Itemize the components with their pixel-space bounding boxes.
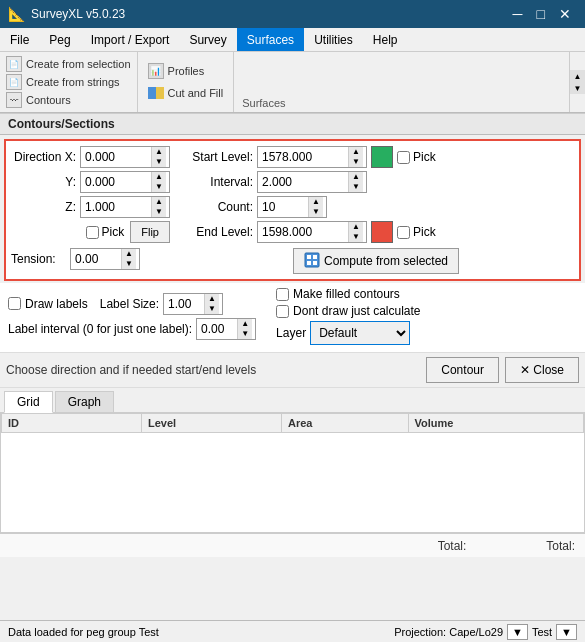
start-level-down[interactable]: ▼ <box>349 157 363 167</box>
make-filled-label: Make filled contours <box>293 287 400 301</box>
cut-and-fill-button[interactable]: Cut and Fill <box>148 84 224 102</box>
end-pick-label: Pick <box>413 225 436 239</box>
toolbar-scroll-up[interactable]: ▲ <box>570 70 586 82</box>
label-size-down[interactable]: ▼ <box>205 304 219 314</box>
close-button[interactable]: ✕ Close <box>505 357 579 383</box>
start-level-up[interactable]: ▲ <box>349 147 363 157</box>
menu-file[interactable]: File <box>0 28 39 51</box>
draw-labels-checkbox[interactable] <box>8 297 21 310</box>
end-pick-checkbox[interactable] <box>397 226 410 239</box>
tension-up[interactable]: ▲ <box>122 249 136 259</box>
end-level-up[interactable]: ▲ <box>349 222 363 232</box>
tension-down[interactable]: ▼ <box>122 259 136 269</box>
direction-z-down[interactable]: ▼ <box>152 207 166 217</box>
label-size-input[interactable] <box>164 294 204 314</box>
labels-section: Draw labels Label Size: ▲ ▼ Label interv… <box>0 283 585 353</box>
make-filled-checkbox[interactable] <box>276 288 289 301</box>
toolbar-scroll-down[interactable]: ▼ <box>570 82 586 94</box>
create-from-strings-button[interactable]: 📄 Create from strings <box>6 73 131 91</box>
pick-checkbox[interactable] <box>86 226 99 239</box>
flip-button[interactable]: Flip <box>130 221 170 243</box>
total-label-1: Total: <box>438 539 467 553</box>
svg-rect-6 <box>313 261 317 265</box>
start-level-input[interactable] <box>258 147 348 167</box>
status-text: Data loaded for peg group Test <box>8 626 159 638</box>
compute-from-selected-button[interactable]: Compute from selected <box>293 248 459 274</box>
draw-labels-label: Draw labels <box>25 297 88 311</box>
menu-peg[interactable]: Peg <box>39 28 80 51</box>
minimize-button[interactable]: ─ <box>507 4 529 24</box>
direction-y-up[interactable]: ▲ <box>152 172 166 182</box>
direction-x-up[interactable]: ▲ <box>152 147 166 157</box>
start-color-box[interactable] <box>371 146 393 168</box>
profiles-label: Profiles <box>168 65 205 77</box>
end-level-down[interactable]: ▼ <box>349 232 363 242</box>
tab-grid[interactable]: Grid <box>4 391 53 413</box>
create-from-selection-button[interactable]: 📄 Create from selection <box>6 55 131 73</box>
direction-y-down[interactable]: ▼ <box>152 182 166 192</box>
direction-z-label: Z: <box>11 200 76 214</box>
menu-bar: File Peg Import / Export Survey Surfaces… <box>0 28 585 52</box>
profiles-icon: 📊 <box>148 63 164 79</box>
interval-up[interactable]: ▲ <box>349 172 363 182</box>
chevron-down-icon: ▼ <box>512 626 523 638</box>
menu-help[interactable]: Help <box>363 28 408 51</box>
svg-rect-5 <box>313 255 317 259</box>
menu-utilities[interactable]: Utilities <box>304 28 363 51</box>
label-interval-input[interactable] <box>197 319 237 339</box>
layer-select[interactable]: Default <box>310 321 410 345</box>
menu-surfaces[interactable]: Surfaces <box>237 28 304 51</box>
direction-x-down[interactable]: ▼ <box>152 157 166 167</box>
tab-graph[interactable]: Graph <box>55 391 114 412</box>
test-label: Test <box>532 626 552 638</box>
direction-x-input[interactable] <box>81 147 151 167</box>
close-window-button[interactable]: ✕ <box>553 4 577 24</box>
menu-survey[interactable]: Survey <box>179 28 236 51</box>
compute-label: Compute from selected <box>324 254 448 268</box>
end-color-box[interactable] <box>371 221 393 243</box>
direction-z-up[interactable]: ▲ <box>152 197 166 207</box>
svg-rect-4 <box>307 261 311 265</box>
status-bar: Data loaded for peg group Test Projectio… <box>0 620 585 642</box>
contours-button[interactable]: 〰 Contours <box>6 91 131 109</box>
interval-down[interactable]: ▼ <box>349 182 363 192</box>
count-down[interactable]: ▼ <box>309 207 323 217</box>
create-strings-icon: 📄 <box>6 74 22 90</box>
toolbar: 📄 Create from selection 📄 Create from st… <box>0 52 585 113</box>
title-bar: 📐 SurveyXL v5.0.23 ─ □ ✕ <box>0 0 585 28</box>
contours-label: Contours <box>26 94 71 106</box>
direction-y-input[interactable] <box>81 172 151 192</box>
cut-fill-icon <box>148 85 164 101</box>
section-header: Contours/Sections <box>0 113 585 135</box>
count-input[interactable] <box>258 197 308 217</box>
direction-z-input[interactable] <box>81 197 151 217</box>
contour-button[interactable]: Contour <box>426 357 499 383</box>
count-label: Count: <box>178 200 253 214</box>
label-size-up[interactable]: ▲ <box>205 294 219 304</box>
end-level-input[interactable] <box>258 222 348 242</box>
maximize-button[interactable]: □ <box>531 4 551 24</box>
start-pick-checkbox[interactable] <box>397 151 410 164</box>
data-table: ID Level Area Volume <box>1 413 584 433</box>
label-interval-down[interactable]: ▼ <box>238 329 252 339</box>
interval-input[interactable] <box>258 172 348 192</box>
projection-text: Projection: Cape/Lo29 <box>394 626 503 638</box>
col-volume: Volume <box>408 414 583 433</box>
dont-draw-label: Dont draw just calculate <box>293 304 420 318</box>
create-strings-label: Create from strings <box>26 76 120 88</box>
menu-import-export[interactable]: Import / Export <box>81 28 180 51</box>
projection-dropdown[interactable]: ▼ <box>507 624 528 640</box>
total-label-2: Total: <box>546 539 575 553</box>
direction-section: Direction X: ▲ ▼ Y: ▲ <box>11 146 170 274</box>
svg-rect-0 <box>148 87 156 99</box>
test-dropdown[interactable]: ▼ <box>556 624 577 640</box>
pick-label: Pick <box>102 225 125 239</box>
profiles-button[interactable]: 📊 Profiles <box>148 62 224 80</box>
tension-input[interactable] <box>71 249 121 269</box>
label-interval-up[interactable]: ▲ <box>238 319 252 329</box>
cut-fill-label: Cut and Fill <box>168 87 224 99</box>
dont-draw-checkbox[interactable] <box>276 305 289 318</box>
count-up[interactable]: ▲ <box>309 197 323 207</box>
svg-rect-1 <box>156 87 164 99</box>
label-interval-label: Label interval (0 for just one label): <box>8 322 192 336</box>
